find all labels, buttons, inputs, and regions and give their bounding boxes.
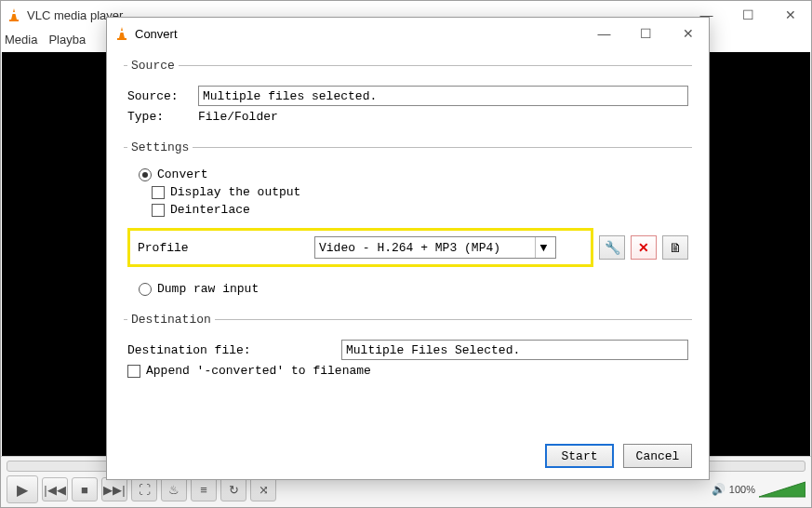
radio-icon: [139, 283, 152, 296]
speaker-icon[interactable]: 🔊: [712, 483, 725, 496]
menu-media[interactable]: Media: [5, 33, 37, 47]
radio-icon: [139, 168, 152, 181]
profile-value: Video - H.264 + MP3 (MP4): [319, 241, 500, 255]
cancel-label: Cancel: [636, 449, 680, 463]
display-output-checkbox[interactable]: Display the output: [127, 185, 688, 199]
vlc-cone-icon: [7, 7, 21, 22]
dialog-buttons: Start Cancel: [545, 444, 692, 468]
volume-text: 100%: [729, 484, 755, 495]
main-close-button[interactable]: ✕: [769, 1, 811, 29]
dialog-maximize-button[interactable]: ☐: [625, 20, 667, 47]
source-label: Source:: [127, 89, 198, 103]
start-button[interactable]: Start: [545, 444, 614, 468]
dialog-titlebar: Convert — ☐ ✕: [107, 18, 709, 49]
dialog-minimize-button[interactable]: —: [583, 20, 625, 47]
vlc-cone-icon: [114, 26, 129, 41]
fullscreen-button[interactable]: ⛶: [131, 477, 157, 501]
destination-file-value: Multiple Files Selected.: [346, 343, 520, 357]
svg-rect-6: [120, 31, 124, 33]
next-button[interactable]: ▶▶|: [101, 477, 127, 501]
dump-raw-radio-row[interactable]: Dump raw input: [127, 282, 688, 296]
delete-icon: ✕: [638, 240, 649, 255]
destination-file-label: Destination file:: [127, 343, 341, 357]
source-section: Source Source: Multiple files selected. …: [124, 59, 692, 131]
volume-area: 🔊 100%: [712, 480, 805, 499]
checkbox-icon: [152, 204, 165, 217]
destination-file-field[interactable]: Multiple Files Selected.: [341, 340, 688, 360]
svg-rect-5: [117, 38, 126, 40]
menu-playback[interactable]: Playba: [48, 33, 86, 47]
svg-rect-1: [9, 20, 19, 21]
deinterlace-label: Deinterlace: [170, 203, 250, 217]
checkbox-icon: [152, 186, 165, 199]
checkbox-icon: [127, 365, 140, 378]
settings-button[interactable]: ♨: [161, 477, 187, 501]
svg-rect-2: [12, 12, 16, 14]
type-value: File/Folder: [198, 110, 278, 124]
display-output-label: Display the output: [170, 185, 300, 199]
deinterlace-checkbox[interactable]: Deinterlace: [127, 203, 688, 217]
destination-section: Destination Destination file: Multiple F…: [124, 313, 692, 385]
source-value: Multiple files selected.: [203, 89, 377, 103]
main-maximize-button[interactable]: ☐: [727, 1, 769, 29]
svg-marker-3: [759, 482, 805, 497]
convert-radio-label: Convert: [157, 167, 208, 181]
append-converted-label: Append '-converted' to filename: [146, 364, 371, 378]
dump-raw-label: Dump raw input: [157, 282, 259, 296]
edit-profile-button[interactable]: 🔧: [599, 235, 625, 260]
source-legend: Source: [127, 59, 179, 73]
profile-label: Profile: [138, 241, 314, 255]
append-converted-checkbox[interactable]: Append '-converted' to filename: [127, 364, 688, 378]
dialog-body: Source Source: Multiple files selected. …: [107, 49, 709, 385]
chevron-down-icon: ▼: [535, 237, 552, 258]
new-icon: 🗎: [669, 240, 682, 255]
loop-button[interactable]: ↻: [220, 477, 246, 501]
profile-row-highlight: Profile Video - H.264 + MP3 (MP4) ▼: [127, 228, 593, 267]
source-field[interactable]: Multiple files selected.: [198, 86, 688, 106]
convert-dialog: Convert — ☐ ✕ Source Source: Multiple fi…: [106, 17, 710, 480]
wrench-icon: 🔧: [605, 240, 620, 255]
equalizer-icon: ♨: [168, 483, 180, 497]
volume-slider[interactable]: [759, 480, 805, 499]
playlist-button[interactable]: ≡: [191, 477, 217, 501]
convert-radio-row[interactable]: Convert: [127, 167, 688, 181]
cancel-button[interactable]: Cancel: [623, 444, 692, 468]
stop-button[interactable]: ■: [72, 477, 98, 501]
prev-button[interactable]: |◀◀: [42, 477, 68, 501]
settings-legend: Settings: [127, 140, 193, 154]
dialog-title: Convert: [135, 27, 178, 41]
play-button[interactable]: ▶: [7, 475, 38, 503]
dialog-window-controls: — ☐ ✕: [583, 20, 709, 47]
new-profile-button[interactable]: 🗎: [662, 235, 688, 260]
type-label: Type:: [127, 110, 198, 124]
destination-legend: Destination: [127, 313, 215, 327]
dialog-close-button[interactable]: ✕: [667, 20, 709, 47]
settings-section: Settings Convert Display the output Dein…: [124, 140, 692, 303]
shuffle-button[interactable]: ⤨: [250, 477, 276, 501]
start-label: Start: [561, 449, 597, 463]
delete-profile-button[interactable]: ✕: [631, 235, 657, 260]
profile-dropdown[interactable]: Video - H.264 + MP3 (MP4) ▼: [314, 236, 556, 259]
